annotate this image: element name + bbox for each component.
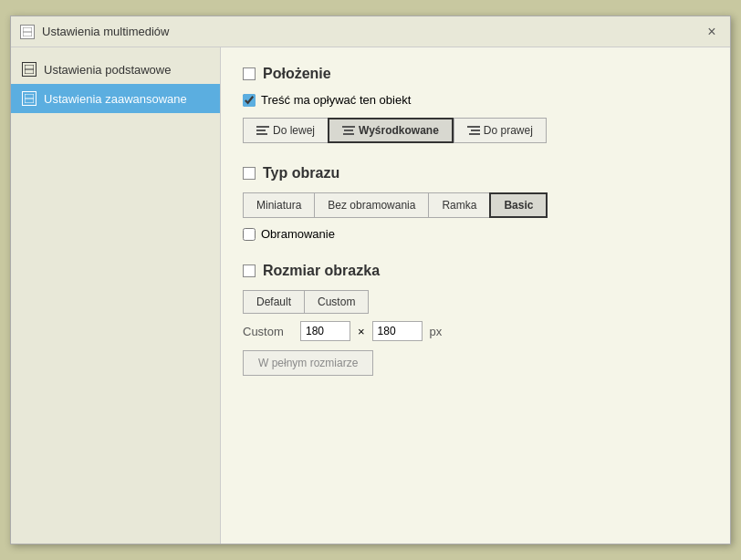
svg-rect-8 [256,133,267,135]
btn-miniatura[interactable]: Miniatura [243,192,314,218]
dialog-title: Ustawienia multimediów [42,25,169,38]
content-area: Położenie Treść ma opływać ten obiekt [221,47,730,544]
dialog-titlebar: Ustawienia multimediów × [11,16,730,47]
times-icon: × [358,325,365,338]
btn-ramka[interactable]: Ramka [428,192,489,218]
sidebar: Ustawienia podstawowe Ustawienia zaawans… [11,47,221,544]
position-button-group: Do lewej Wyśrodkowane [243,118,708,143]
section-image-type: Typ obrazu Miniatura Bez obramowania Ram… [243,165,708,241]
height-input[interactable] [372,321,423,341]
custom-size-row: Custom × px [243,321,708,341]
image-size-section-icon [243,264,256,277]
dialog: Ustawienia multimediów × Ustawienia pods… [10,16,731,544]
size-mode-button-group: Default Custom [243,290,708,314]
sidebar-item-advanced[interactable]: Ustawienia zaawansowane [11,84,220,113]
position-section-icon [243,67,256,80]
section-position: Położenie Treść ma opływać ten obiekt [243,66,708,143]
wrap-checkbox[interactable] [243,94,256,107]
image-type-section-icon [243,167,256,180]
section-title-position: Położenie [243,66,708,82]
btn-left[interactable]: Do lewej [243,118,328,143]
section-title-image-size: Rozmiar obrazka [243,263,708,279]
border-checkbox-row: Obramowanie [243,227,708,241]
align-right-icon [467,125,480,136]
sidebar-label-basic: Ustawienia podstawowe [44,63,171,77]
svg-rect-9 [342,126,355,128]
btn-bez-obramowania[interactable]: Bez obramowania [314,192,428,218]
custom-size-label: Custom [243,325,293,338]
section-image-size: Rozmiar obrazka Default Custom Custom × … [243,263,708,376]
image-type-button-group: Miniatura Bez obramowania Ramka Basic [243,192,708,218]
svg-rect-12 [467,126,480,128]
sidebar-icon-basic [22,62,37,77]
svg-rect-10 [344,130,353,131]
unit-label: px [430,325,443,338]
dialog-body: Ustawienia podstawowe Ustawienia zaawans… [11,47,730,544]
svg-rect-14 [469,133,480,135]
align-left-icon [256,125,269,136]
btn-custom[interactable]: Custom [304,290,369,314]
dialog-icon [20,25,35,39]
btn-right[interactable]: Do prawej [454,118,547,143]
wrap-checkbox-row: Treść ma opływać ten obiekt [243,93,708,107]
width-input[interactable] [300,321,350,341]
btn-default[interactable]: Default [243,290,304,314]
sidebar-label-advanced: Ustawienia zaawansowane [44,92,187,106]
btn-center[interactable]: Wyśrodkowane [328,118,454,143]
svg-rect-6 [256,126,269,128]
svg-rect-13 [471,130,480,131]
full-size-button[interactable]: W pełnym rozmiarze [243,350,373,376]
sidebar-item-basic[interactable]: Ustawienia podstawowe [11,55,220,84]
wrap-label: Treść ma opływać ten obiekt [261,93,411,107]
dialog-title-left: Ustawienia multimediów [20,25,169,39]
sidebar-icon-advanced [22,91,37,106]
align-center-icon [342,125,355,136]
border-checkbox[interactable] [243,228,256,241]
close-button[interactable]: × [703,23,721,41]
svg-rect-11 [343,133,354,135]
section-title-image-type: Typ obrazu [243,165,708,181]
border-label: Obramowanie [261,227,335,241]
svg-rect-7 [256,130,266,131]
btn-basic[interactable]: Basic [489,192,548,218]
